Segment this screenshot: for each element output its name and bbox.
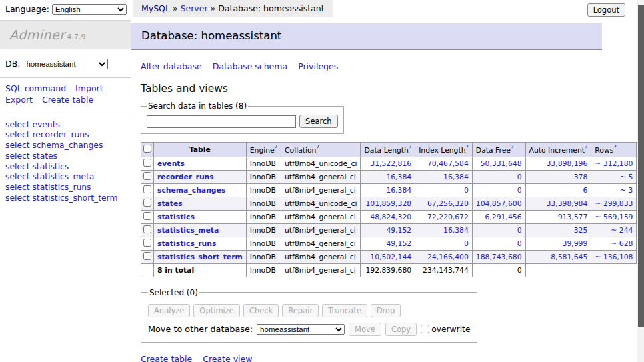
engine-cell: InnoDB xyxy=(246,197,281,210)
rows-cell: ~ 299,833 xyxy=(591,197,637,210)
language-row: Language:English xyxy=(0,0,131,19)
row-checkbox[interactable] xyxy=(143,239,151,247)
truncate-button[interactable]: Truncate xyxy=(322,304,367,317)
row-checkbox[interactable] xyxy=(143,252,151,260)
alter-database-link[interactable]: Alter database xyxy=(141,61,202,71)
overwrite-checkbox[interactable] xyxy=(421,325,429,333)
check-button[interactable]: Check xyxy=(243,304,279,317)
auto-increment-cell: 33,398,984 xyxy=(525,197,591,210)
table-footer-links: Create tableCreate view xyxy=(141,354,637,362)
sidebar-item-select-states[interactable]: select states xyxy=(5,151,125,162)
collation-cell: utf8mb4_general_ci xyxy=(281,183,361,197)
sidebar-link-export[interactable]: Export xyxy=(5,95,33,105)
index-length-cell: 16,384 xyxy=(415,223,473,237)
sidebar-item-select-events[interactable]: select events xyxy=(5,120,125,131)
table-link-events[interactable]: events xyxy=(157,159,185,168)
data-free-cell: 0 xyxy=(472,237,525,250)
engine-cell: InnoDB xyxy=(246,210,281,223)
row-checkbox[interactable] xyxy=(143,172,151,180)
table-link-schema_changes[interactable]: schema_changes xyxy=(157,186,225,195)
collation-cell: utf8mb4_general_ci xyxy=(281,237,361,250)
privileges-link[interactable]: Privileges xyxy=(298,61,338,71)
auto-increment-cell: 6 xyxy=(525,183,591,197)
sidebar-item-select-statistics_meta[interactable]: select statistics_meta xyxy=(5,172,125,183)
sidebar-item-select-statistics_short_term[interactable]: select statistics_short_term xyxy=(5,193,125,204)
table-link-states[interactable]: states xyxy=(157,199,183,208)
table-header-row: TableEngine?Collation?Data Length?Index … xyxy=(141,143,644,157)
auto-increment-cell: 378 xyxy=(525,170,591,183)
table-link-statistics_short_term[interactable]: statistics_short_term xyxy=(157,253,243,261)
breadcrumb-current: Database: homeassistant xyxy=(218,3,324,13)
sidebar-item-select-statistics_runs[interactable]: select statistics_runs xyxy=(5,183,125,193)
table-name-cell: statistics_short_term xyxy=(154,250,247,263)
db-label: DB: xyxy=(5,59,20,69)
repair-button[interactable]: Repair xyxy=(282,304,319,317)
select-all-checkbox[interactable] xyxy=(143,145,151,153)
rows-cell: ~ 3 xyxy=(591,183,637,197)
breadcrumb-mysql-link[interactable]: MySQL xyxy=(141,3,170,13)
table-link-statistics_meta[interactable]: statistics_meta xyxy=(157,226,219,235)
sidebar-item-select-recorder_runs[interactable]: select recorder_runs xyxy=(5,130,125,141)
row-checkbox[interactable] xyxy=(143,159,151,167)
move-label: Move to other database: xyxy=(148,324,253,334)
tables-heading: Tables and views xyxy=(141,83,637,95)
data-length-cell: 31,522,816 xyxy=(361,157,415,170)
analyze-button[interactable]: Analyze xyxy=(148,304,190,317)
drop-button[interactable]: Drop xyxy=(371,304,401,317)
move-button[interactable]: Move xyxy=(349,323,381,336)
rows-cell: ~ 312,180 xyxy=(591,157,637,170)
engine-cell: InnoDB xyxy=(246,183,281,197)
move-db-select[interactable]: homeassistant xyxy=(257,324,345,335)
row-checkbox-cell xyxy=(141,197,154,210)
table-link-statistics_runs[interactable]: statistics_runs xyxy=(157,239,216,248)
row-checkbox[interactable] xyxy=(143,185,151,193)
table-row: statistics_metaInnoDButf8mb4_general_ci4… xyxy=(141,223,644,237)
select-all-cell xyxy=(141,143,154,157)
help-link[interactable]: ? xyxy=(585,145,587,151)
logout-button[interactable]: Logout xyxy=(587,3,625,17)
row-checkbox[interactable] xyxy=(143,212,151,220)
search-input[interactable] xyxy=(147,115,296,128)
help-link[interactable]: ? xyxy=(511,145,513,151)
help-link[interactable]: ? xyxy=(409,145,411,151)
move-row: Move to other database: homeassistant Mo… xyxy=(148,323,470,336)
sidebar-link-sql-command[interactable]: SQL command xyxy=(5,83,66,93)
create-view-link[interactable]: Create view xyxy=(203,354,252,362)
help-link[interactable]: ? xyxy=(316,145,319,151)
vertical-scrollbar[interactable] xyxy=(637,0,644,362)
row-checkbox[interactable] xyxy=(143,225,151,233)
sidebar-item-select-schema_changes[interactable]: select schema_changes xyxy=(5,141,125,151)
selected-fieldset: Selected (0) AnalyzeOptimizeCheckRepairT… xyxy=(141,288,477,343)
help-link[interactable]: ? xyxy=(613,145,616,151)
row-checkbox-cell xyxy=(141,183,154,197)
help-link[interactable]: ? xyxy=(275,145,277,151)
help-link[interactable]: ? xyxy=(466,145,469,151)
empty-cell xyxy=(525,263,591,277)
db-select[interactable]: homeassistant xyxy=(23,59,108,69)
data-free-cell: 188,743,680 xyxy=(472,250,525,263)
scrollbar-thumb[interactable] xyxy=(638,5,644,327)
sidebar-link-import[interactable]: Import xyxy=(75,83,103,93)
search-button[interactable]: Search xyxy=(299,115,338,128)
total-label-cell: 8 in total xyxy=(154,263,247,277)
copy-button[interactable]: Copy xyxy=(385,323,417,336)
row-checkbox-cell xyxy=(141,223,154,237)
table-link-recorder_runs[interactable]: recorder_runs xyxy=(157,173,214,181)
rows-cell: ~ 5 xyxy=(591,170,637,183)
row-checkbox[interactable] xyxy=(143,199,151,207)
table-name-cell: recorder_runs xyxy=(154,170,247,183)
index-length-cell: 70,467,584 xyxy=(415,157,473,170)
database-schema-link[interactable]: Database schema xyxy=(213,61,287,71)
optimize-button[interactable]: Optimize xyxy=(193,304,240,317)
language-select[interactable]: English xyxy=(52,4,127,15)
breadcrumb-server-link[interactable]: Server xyxy=(181,3,208,13)
collation-cell: utf8mb4_unicode_ci xyxy=(281,157,361,170)
table-link-statistics[interactable]: statistics xyxy=(157,213,195,221)
create-table-link[interactable]: Create table xyxy=(141,354,192,362)
sidebar-item-select-statistics[interactable]: select statistics xyxy=(5,162,125,173)
overwrite-option: overwrite xyxy=(421,325,470,334)
sidebar-link-create-table[interactable]: Create table xyxy=(42,95,93,105)
index-length-cell: 0 xyxy=(415,183,473,197)
page-title: Database: homeassistant xyxy=(131,23,602,50)
selected-buttons: AnalyzeOptimizeCheckRepairTruncateDrop xyxy=(148,303,470,317)
